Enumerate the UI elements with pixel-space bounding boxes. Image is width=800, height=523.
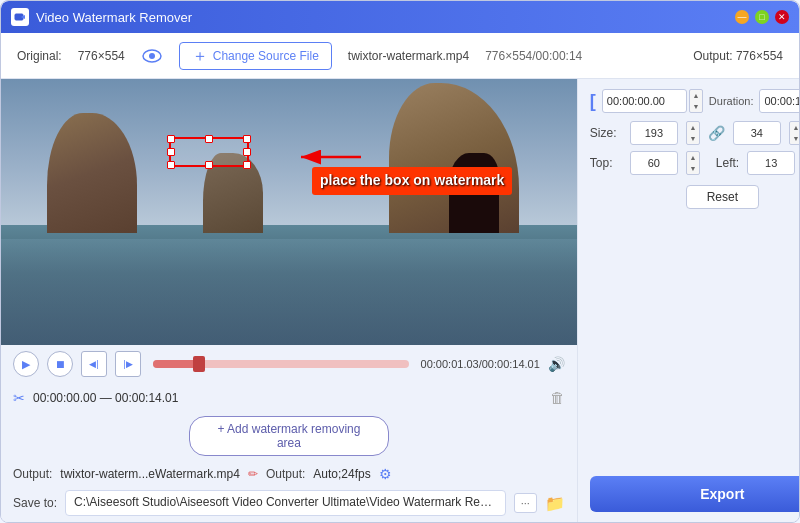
watermark-box[interactable] [169,137,249,167]
plus-icon: ＋ [192,48,208,64]
start-time-spinner[interactable]: ▲ ▼ [689,89,703,113]
sh-up[interactable]: ▲ [790,122,799,133]
spinner-down[interactable]: ▼ [690,101,702,112]
timeline-track[interactable] [153,360,409,368]
handle-top-mid[interactable] [205,135,213,143]
top-input[interactable] [630,151,678,175]
time-range-text: 00:00:00.00 — 00:00:14.01 [33,391,178,405]
left-panel: place the box on watermark ▶ ⏹ ◀| |▶ 00:… [1,79,577,522]
svg-point-3 [149,53,155,59]
size-row: Size: ▲ ▼ 🔗 ▲ ▼ [590,121,799,145]
playback-controls: ▶ ⏹ ◀| |▶ 00:00:01.03/00:00:14.01 🔊 [1,345,577,383]
main-content: place the box on watermark ▶ ⏹ ◀| |▶ 00:… [1,79,799,522]
time-range-row: ✂ 00:00:00.00 — 00:00:14.01 🗑 [13,387,565,408]
sh-down[interactable]: ▼ [790,133,799,144]
output-label-text: Output: [13,467,52,481]
time-range-ctrl: [ ▲ ▼ Duration: ▲ ▼ [590,89,799,113]
save-path: C:\Aiseesoft Studio\Aiseesoft Video Conv… [65,490,506,516]
top-spinner[interactable]: ▲ ▼ [686,151,700,175]
add-area-label: + Add watermark removing area [210,422,368,450]
folder-icon[interactable]: 📁 [545,494,565,513]
toolbar: Original: 776×554 ＋ Change Source File t… [1,33,799,79]
close-button[interactable]: ✕ [775,10,789,24]
toolbar-duration: 776×554/00:00:14 [485,49,582,63]
maximize-button[interactable]: □ [755,10,769,24]
position-row: Top: ▲ ▼ Left: ▲ ▼ [590,151,799,175]
size-height-spinner[interactable]: ▲ ▼ [789,121,799,145]
duration-input[interactable] [759,89,799,113]
duration-group: ▲ ▼ [759,89,799,113]
scissors-icon: ✂ [13,390,25,406]
app-logo [11,8,29,26]
add-watermark-area-button[interactable]: + Add watermark removing area [189,416,389,456]
main-window: Video Watermark Remover — □ ✕ Original: … [0,0,800,523]
bottom-area: ✂ 00:00:00.00 — 00:00:14.01 🗑 + Add wate… [1,383,577,522]
output-row: Output: twixtor-waterm...eWatermark.mp4 … [13,462,565,486]
more-button[interactable]: ··· [514,493,537,513]
export-button[interactable]: Export [590,476,799,512]
top-label: Top: [590,156,622,170]
left-label: Left: [716,156,739,170]
spinner-up[interactable]: ▲ [690,90,702,101]
handle-top-left[interactable] [167,135,175,143]
volume-icon[interactable]: 🔊 [548,356,565,372]
toolbar-right: Output: 776×554 [693,49,783,63]
top-up[interactable]: ▲ [687,152,699,163]
delete-icon[interactable]: 🗑 [550,389,565,406]
video-area: place the box on watermark [1,79,577,345]
play-button[interactable]: ▶ [13,351,39,377]
window-controls: — □ ✕ [735,10,789,24]
original-size: 776×554 [78,49,125,63]
output-filename: twixtor-waterm...eWatermark.mp4 [60,467,240,481]
output-settings-value: Auto;24fps [313,467,370,481]
handle-bot-right[interactable] [243,161,251,169]
place-box-annotation: place the box on watermark [312,167,512,195]
right-panel: [ ▲ ▼ Duration: ▲ ▼ [577,79,799,522]
duration-label: Duration: [709,95,754,107]
original-label: Original: [17,49,62,63]
output-size: 776×554 [736,49,783,63]
save-row: Save to: C:\Aiseesoft Studio\Aiseesoft V… [13,486,565,522]
link-icon[interactable]: 🔗 [708,125,725,141]
start-time-group: ▲ ▼ [602,89,703,113]
handle-top-right[interactable] [243,135,251,143]
sw-up[interactable]: ▲ [687,122,699,133]
size-height-input[interactable] [733,121,781,145]
window-title: Video Watermark Remover [36,10,735,25]
top-down[interactable]: ▼ [687,163,699,174]
time-display: 00:00:01.03/00:00:14.01 [421,358,540,370]
settings-icon[interactable]: ⚙ [379,466,392,482]
stop-button[interactable]: ⏹ [47,351,73,377]
handle-mid-left[interactable] [167,148,175,156]
next-frame-button[interactable]: |▶ [115,351,141,377]
prev-frame-button[interactable]: ◀| [81,351,107,377]
size-label: Size: [590,126,622,140]
reflection [1,239,577,345]
change-source-label: Change Source File [213,49,319,63]
eye-icon[interactable] [141,45,163,67]
edit-icon[interactable]: ✏ [248,467,258,481]
bracket-open: [ [590,91,596,112]
size-width-spinner[interactable]: ▲ ▼ [686,121,700,145]
size-width-input[interactable] [630,121,678,145]
handle-bot-mid[interactable] [205,161,213,169]
save-label: Save to: [13,496,57,510]
timeline-thumb[interactable] [193,356,205,372]
change-source-button[interactable]: ＋ Change Source File [179,42,332,70]
toolbar-filename: twixtor-watermark.mp4 [348,49,469,63]
left-input[interactable] [747,151,795,175]
sw-down[interactable]: ▼ [687,133,699,144]
handle-bot-left[interactable] [167,161,175,169]
minimize-button[interactable]: — [735,10,749,24]
reset-button[interactable]: Reset [686,185,759,209]
output-settings-label: Output: [266,467,305,481]
output-label: Output: [693,49,732,63]
title-bar: Video Watermark Remover — □ ✕ [1,1,799,33]
handle-mid-right[interactable] [243,148,251,156]
start-time-input[interactable] [602,89,687,113]
